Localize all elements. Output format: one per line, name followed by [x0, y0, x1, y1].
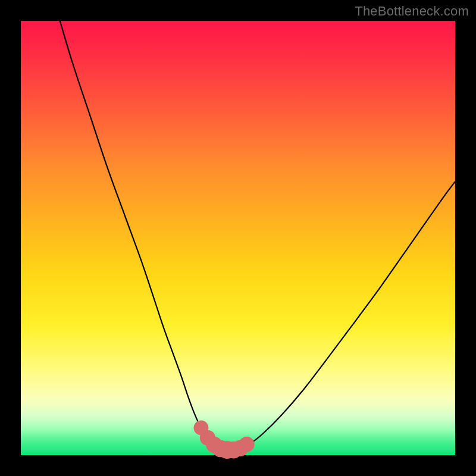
highlight-dot: [239, 437, 255, 452]
chart-plot-area: [21, 21, 455, 455]
watermark-text: TheBottleneck.com: [355, 4, 469, 19]
chart-svg: [21, 21, 455, 455]
page-frame: TheBottleneck.com: [0, 0, 476, 476]
bottleneck-curve: [60, 21, 455, 450]
highlight-markers: [194, 421, 255, 459]
